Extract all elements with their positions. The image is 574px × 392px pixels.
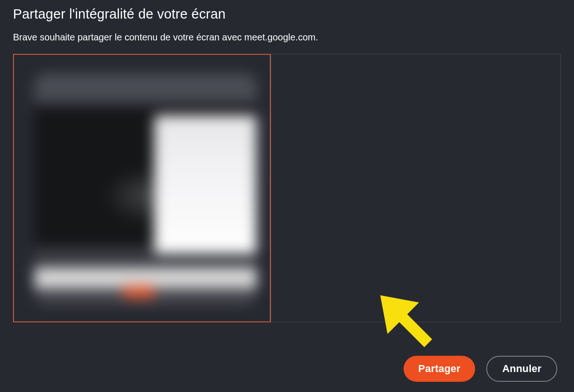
dialog-subtitle: Brave souhaite partager le contenu de vo… [13,32,561,43]
dialog-title: Partager l'intégralité de votre écran [13,7,561,22]
cancel-button[interactable]: Annuler [486,356,557,382]
screen-thumbnail [34,73,257,305]
screen-preview-grid [13,54,561,322]
screen-preview-1[interactable] [13,54,271,322]
screen-preview-2[interactable] [271,54,561,322]
dialog-button-row: Partager Annuler [404,356,557,382]
share-button[interactable]: Partager [404,356,476,382]
